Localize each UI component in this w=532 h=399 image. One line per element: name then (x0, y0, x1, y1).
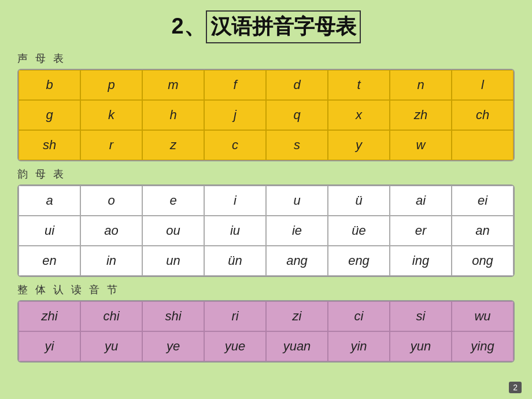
zhengtiren-cell: ye (142, 331, 204, 361)
zhengtiren-cell: zi (266, 301, 328, 331)
yunmu-cell: er (390, 216, 452, 246)
zhengtiren-cell: chi (80, 301, 142, 331)
yunmu-cell: ou (142, 216, 204, 246)
zhengtiren-cell: yin (328, 331, 390, 361)
shengmu-cell: y (328, 130, 390, 160)
title-text: 汉语拼音字母表 (206, 10, 361, 43)
zhengtiren-cell: yi (19, 331, 80, 361)
zhengtiren-cell: zhi (19, 301, 80, 331)
shengmu-grid: bpmfdtnlgkhjqxzhchshrzcsyw (17, 69, 515, 161)
yunmu-cell: u (266, 186, 328, 216)
shengmu-cell: ch (452, 100, 513, 130)
zhengtiren-cell: yu (80, 331, 142, 361)
shengmu-cell: n (390, 70, 452, 100)
yunmu-cell: ao (80, 216, 142, 246)
yunmu-cell: in (80, 246, 142, 276)
yunmu-section: 韵 母 表 aoeiuüaieiuiaoouiuieüeeraneninunün… (17, 167, 515, 277)
shengmu-cell: w (390, 130, 452, 160)
yunmu-cell: a (19, 186, 80, 216)
zhengtiren-cell: wu (452, 301, 513, 331)
zhengtiren-cell: shi (142, 301, 204, 331)
shengmu-cell: t (328, 70, 390, 100)
yunmu-cell: eng (328, 246, 390, 276)
yunmu-cell: ün (204, 246, 266, 276)
zhengtiren-cell: ying (452, 331, 513, 361)
page-number: 2 (509, 382, 522, 393)
yunmu-cell: e (142, 186, 204, 216)
zhengtiren-cell: ci (328, 301, 390, 331)
shengmu-cell: j (204, 100, 266, 130)
zhengtiren-label: 整 体 认 读 音 节 (17, 283, 515, 297)
yunmu-cell: ü (328, 186, 390, 216)
shengmu-cell: l (452, 70, 513, 100)
shengmu-cell: k (80, 100, 142, 130)
zhengtiren-grid: zhichishirizicisiwuyiyuyeyueyuanyinyunyi… (17, 300, 515, 363)
shengmu-cell: z (142, 130, 204, 160)
yunmu-cell: i (204, 186, 266, 216)
yunmu-cell: ong (452, 246, 513, 276)
yunmu-cell: an (452, 216, 513, 246)
yunmu-cell: üe (328, 216, 390, 246)
yunmu-cell: ing (390, 246, 452, 276)
shengmu-cell: s (266, 130, 328, 160)
shengmu-cell: c (204, 130, 266, 160)
yunmu-cell: ai (390, 186, 452, 216)
yunmu-cell: iu (204, 216, 266, 246)
title-number: 2、 (171, 14, 205, 38)
page: 2、汉语拼音字母表 声 母 表 bpmfdtnlgkhjqxzhchshrzcs… (0, 0, 532, 399)
shengmu-cell: h (142, 100, 204, 130)
zhengtiren-cell: ri (204, 301, 266, 331)
zhengtiren-section: 整 体 认 读 音 节 zhichishirizicisiwuyiyuyeyue… (17, 283, 515, 363)
yunmu-cell: ei (452, 186, 513, 216)
shengmu-cell: p (80, 70, 142, 100)
page-title: 2、汉语拼音字母表 (17, 10, 515, 43)
yunmu-cell: ie (266, 216, 328, 246)
yunmu-cell: ang (266, 246, 328, 276)
shengmu-cell: f (204, 70, 266, 100)
shengmu-cell: m (142, 70, 204, 100)
shengmu-cell: g (19, 100, 80, 130)
shengmu-cell: sh (19, 130, 80, 160)
yunmu-cell: ui (19, 216, 80, 246)
shengmu-cell: d (266, 70, 328, 100)
yunmu-grid: aoeiuüaieiuiaoouiuieüeeraneninunünangeng… (17, 184, 515, 277)
shengmu-cell: r (80, 130, 142, 160)
shengmu-cell: q (266, 100, 328, 130)
shengmu-cell (452, 130, 513, 160)
shengmu-cell: b (19, 70, 80, 100)
yunmu-cell: un (142, 246, 204, 276)
yunmu-cell: o (80, 186, 142, 216)
zhengtiren-cell: yue (204, 331, 266, 361)
zhengtiren-cell: yuan (266, 331, 328, 361)
shengmu-cell: zh (390, 100, 452, 130)
shengmu-label: 声 母 表 (17, 51, 515, 65)
yunmu-cell: en (19, 246, 80, 276)
shengmu-cell: x (328, 100, 390, 130)
zhengtiren-cell: si (390, 301, 452, 331)
yunmu-label: 韵 母 表 (17, 167, 515, 181)
zhengtiren-cell: yun (390, 331, 452, 361)
shengmu-section: 声 母 表 bpmfdtnlgkhjqxzhchshrzcsyw (17, 51, 515, 161)
